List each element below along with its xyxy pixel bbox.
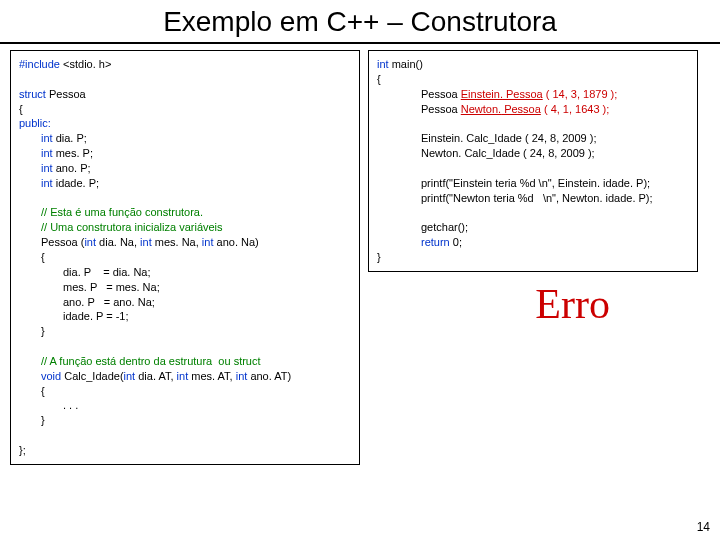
code-line: { [19,384,351,399]
code-line: void Calc_Idade(int dia. AT, int mes. AT… [19,369,351,384]
content-columns: #include <stdio. h> struct Pessoa { publ… [0,50,720,465]
code-line: mes. P = mes. Na; [19,280,351,295]
code-blank [377,205,689,220]
code-line: printf("Newton teria %d \n", Newton. ida… [377,191,689,206]
code-line: int main() [377,57,689,72]
code-blank [377,161,689,176]
code-line: } [19,324,351,339]
code-line: { [19,102,351,117]
code-line: public: [19,116,351,131]
code-line: } [377,250,689,265]
code-line: . . . [19,398,351,413]
code-comment: // Esta é uma função construtora. [19,205,351,220]
code-line: int dia. P; [19,131,351,146]
code-line: struct Pessoa [19,87,351,102]
code-line: Newton. Calc_Idade ( 24, 8, 2009 ); [377,146,689,161]
code-line: Pessoa (int dia. Na, int mes. Na, int an… [19,235,351,250]
code-line: int ano. P; [19,161,351,176]
code-line: Pessoa Einstein. Pessoa ( 14, 3, 1879 ); [377,87,689,102]
code-line: }; [19,443,351,458]
code-line: printf("Einstein teria %d \n", Einstein.… [377,176,689,191]
page-number: 14 [697,520,710,534]
code-line: { [377,72,689,87]
code-line: return 0; [377,235,689,250]
code-blank [19,72,351,87]
code-comment: // A função está dentro da estrutura ou … [19,354,351,369]
code-line: dia. P = dia. Na; [19,265,351,280]
code-blank [19,339,351,354]
code-line: int mes. P; [19,146,351,161]
code-blank [377,116,689,131]
left-code-box: #include <stdio. h> struct Pessoa { publ… [10,50,360,465]
code-line: { [19,250,351,265]
code-line: } [19,413,351,428]
right-code-box: int main() { Pessoa Einstein. Pessoa ( 1… [368,50,698,272]
code-line: #include <stdio. h> [19,57,351,72]
code-line: idade. P = -1; [19,309,351,324]
code-comment: // Uma construtora inicializa variáveis [19,220,351,235]
code-line: int idade. P; [19,176,351,191]
slide-title: Exemplo em C++ – Construtora [0,6,720,38]
code-blank [19,191,351,206]
code-line: getchar(); [377,220,689,235]
error-label: Erro [535,280,610,328]
title-divider [0,42,720,44]
code-line: Pessoa Newton. Pessoa ( 4, 1, 1643 ); [377,102,689,117]
code-line: Einstein. Calc_Idade ( 24, 8, 2009 ); [377,131,689,146]
code-line: ano. P = ano. Na; [19,295,351,310]
code-blank [19,428,351,443]
